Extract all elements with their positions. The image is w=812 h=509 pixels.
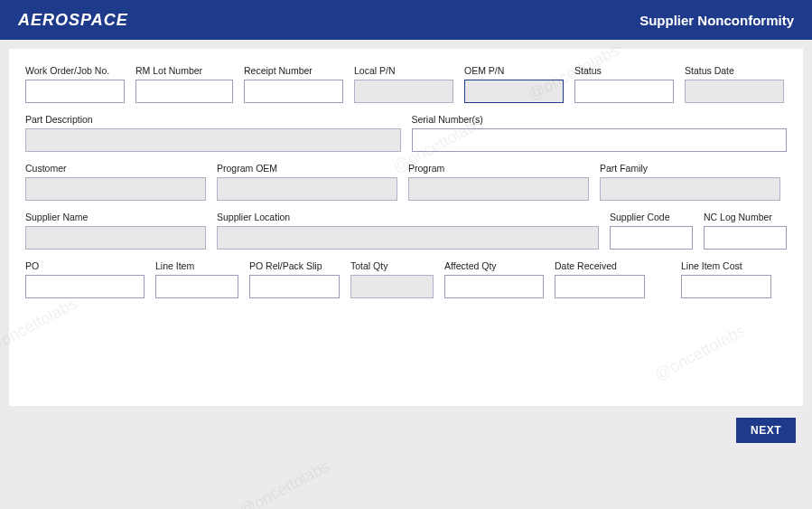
- input-oem-pn[interactable]: [464, 80, 564, 103]
- input-rm-lot[interactable]: [135, 80, 233, 103]
- field-receipt-number: Receipt Number: [244, 65, 343, 103]
- field-serial-numbers: Serial Number(s): [412, 114, 788, 152]
- label-oem-pn: OEM P/N: [464, 65, 564, 76]
- field-status: Status: [574, 65, 674, 103]
- label-receipt-number: Receipt Number: [244, 65, 343, 76]
- row-4: Supplier Name Supplier Location Supplier…: [25, 212, 787, 250]
- input-line-item[interactable]: [155, 275, 238, 298]
- label-date-received: Date Received: [555, 260, 645, 271]
- label-program-oem: Program OEM: [217, 163, 397, 174]
- input-supplier-location[interactable]: [217, 226, 599, 250]
- field-part-family: Part Family: [600, 163, 780, 201]
- field-supplier-code: Supplier Code: [610, 212, 693, 250]
- input-nc-log-number[interactable]: [704, 226, 787, 250]
- input-total-qty[interactable]: [350, 275, 434, 298]
- input-affected-qty[interactable]: [444, 275, 544, 298]
- label-line-item: Line Item: [155, 260, 238, 271]
- field-supplier-name: Supplier Name: [25, 212, 206, 250]
- label-status: Status: [574, 65, 674, 76]
- row-1: Work Order/Job No. RM Lot Number Receipt…: [25, 65, 787, 103]
- field-program-oem: Program OEM: [217, 163, 397, 201]
- field-line-item-cost: Line Item Cost: [681, 260, 771, 298]
- field-total-qty: Total Qty: [350, 260, 434, 298]
- input-program[interactable]: [408, 177, 589, 201]
- label-affected-qty: Affected Qty: [444, 260, 544, 271]
- input-status-date[interactable]: [685, 80, 784, 103]
- next-button[interactable]: NEXT: [736, 418, 796, 443]
- label-nc-log-number: NC Log Number: [704, 212, 787, 222]
- field-program: Program: [408, 163, 589, 201]
- field-customer: Customer: [25, 163, 206, 201]
- field-po-rel: PO Rel/Pack Slip: [249, 260, 340, 298]
- label-po: PO: [25, 260, 145, 271]
- field-part-description: Part Description: [25, 114, 401, 152]
- field-oem-pn: OEM P/N: [464, 65, 564, 103]
- label-part-family: Part Family: [600, 163, 780, 174]
- label-line-item-cost: Line Item Cost: [681, 260, 771, 271]
- field-date-received: Date Received: [555, 260, 645, 298]
- label-local-pn: Local P/N: [354, 65, 453, 76]
- input-local-pn[interactable]: [354, 80, 453, 103]
- label-supplier-name: Supplier Name: [25, 212, 206, 222]
- label-supplier-location: Supplier Location: [217, 212, 599, 222]
- input-date-received[interactable]: [555, 275, 645, 298]
- field-nc-log-number: NC Log Number: [704, 212, 787, 250]
- label-supplier-code: Supplier Code: [610, 212, 693, 222]
- input-part-description[interactable]: [25, 128, 401, 152]
- footer: NEXT: [736, 418, 796, 443]
- input-customer[interactable]: [25, 177, 206, 201]
- row-2: Part Description Serial Number(s): [25, 114, 787, 152]
- page-title: Supplier Nonconformity: [639, 13, 794, 28]
- row-5: PO Line Item PO Rel/Pack Slip Total Qty …: [25, 260, 787, 298]
- input-work-order[interactable]: [25, 80, 125, 103]
- input-receipt-number[interactable]: [244, 80, 343, 103]
- input-serial-numbers[interactable]: [412, 128, 788, 152]
- input-line-item-cost[interactable]: [681, 275, 771, 298]
- row-3: Customer Program OEM Program Part Family: [25, 163, 787, 201]
- input-status[interactable]: [574, 80, 674, 103]
- input-po-rel[interactable]: [249, 275, 340, 298]
- field-po: PO: [25, 260, 145, 298]
- label-customer: Customer: [25, 163, 206, 174]
- watermark: @oncettolabs: [237, 457, 333, 509]
- field-rm-lot: RM Lot Number: [135, 65, 233, 103]
- label-program: Program: [408, 163, 589, 174]
- input-program-oem[interactable]: [217, 177, 397, 201]
- spacer: [656, 260, 670, 298]
- input-po[interactable]: [25, 275, 145, 298]
- label-total-qty: Total Qty: [350, 260, 434, 271]
- input-part-family[interactable]: [600, 177, 780, 201]
- label-po-rel: PO Rel/Pack Slip: [249, 260, 340, 271]
- input-supplier-name[interactable]: [25, 226, 206, 250]
- form-card: Work Order/Job No. RM Lot Number Receipt…: [9, 49, 803, 406]
- field-local-pn: Local P/N: [354, 65, 453, 103]
- input-supplier-code[interactable]: [610, 226, 693, 250]
- label-status-date: Status Date: [685, 65, 784, 76]
- field-supplier-location: Supplier Location: [217, 212, 599, 250]
- app-logo: AEROSPACE: [18, 11, 128, 30]
- field-affected-qty: Affected Qty: [444, 260, 544, 298]
- label-part-description: Part Description: [25, 114, 401, 125]
- header: AEROSPACE Supplier Nonconformity: [0, 0, 812, 40]
- field-status-date: Status Date: [685, 65, 784, 103]
- field-line-item: Line Item: [155, 260, 238, 298]
- field-work-order: Work Order/Job No.: [25, 65, 125, 103]
- label-rm-lot: RM Lot Number: [135, 65, 233, 76]
- label-serial-numbers: Serial Number(s): [412, 114, 788, 125]
- label-work-order: Work Order/Job No.: [25, 65, 125, 76]
